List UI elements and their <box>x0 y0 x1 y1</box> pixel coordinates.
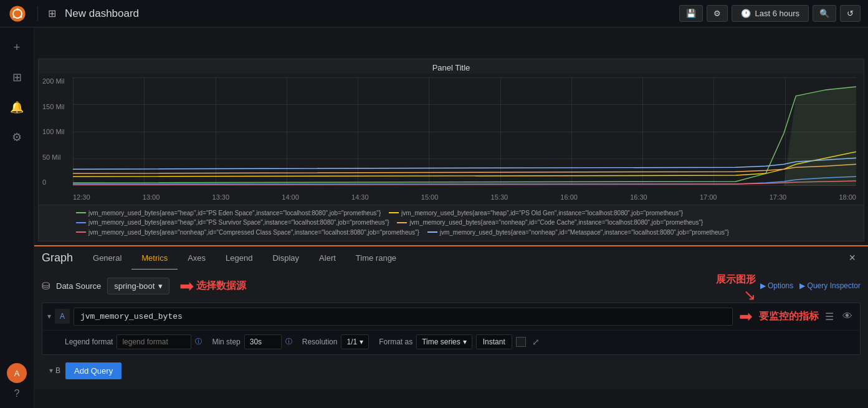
svg-point-2 <box>16 8 19 11</box>
instant-button[interactable]: Instant <box>476 334 512 349</box>
x-label-1530: 15:30 <box>491 193 508 201</box>
options-button[interactable]: ▶ Options <box>760 281 794 290</box>
user-avatar[interactable]: A <box>7 363 27 383</box>
datasource-select[interactable]: spring-boot ▾ <box>107 278 169 294</box>
sidebar-item-dashboards[interactable]: ⊞ <box>3 64 31 91</box>
legend-item-code-cache: jvm_memory_used_bytes{area="nonheap",id=… <box>397 219 703 226</box>
topbar-divider <box>37 6 38 21</box>
grafana-logo[interactable] <box>7 4 27 24</box>
tab-general[interactable]: General <box>83 247 131 270</box>
legend-format-info-icon[interactable]: ⓘ <box>195 337 202 346</box>
query-menu-button[interactable]: ☰ <box>823 308 836 325</box>
x-label-1300: 13:00 <box>143 193 160 201</box>
resolution-select[interactable]: 1/1 ▾ <box>341 334 369 349</box>
min-step-info-icon[interactable]: ⓘ <box>285 337 292 346</box>
save-button[interactable]: 💾 <box>679 5 703 22</box>
topbar: ⊞ New dashboard 💾 ⚙ 🕐 Last 6 hours 🔍 ↺ <box>0 0 868 27</box>
datasource-label: Data Source <box>56 281 101 291</box>
sidebar-item-add[interactable]: + <box>3 34 31 61</box>
legend-item-metaspace: jvm_memory_used_bytes{area="nonheap",id=… <box>427 229 729 236</box>
resolution-value: 1/1 <box>346 338 357 346</box>
datasource-hint-text: 选择数据源 <box>196 279 246 293</box>
legend-color-old <box>389 212 399 213</box>
arrow-down-icon: ↘ <box>743 286 756 304</box>
query-row-a-header: ▾ A ➡ 要监控的指标 ☰ 👁 <box>42 303 860 330</box>
svg-point-3 <box>20 16 22 18</box>
refresh-icon: ↺ <box>847 9 854 18</box>
tab-legend[interactable]: Legend <box>216 247 262 270</box>
tab-axes[interactable]: Axes <box>178 247 216 270</box>
resolution-label: Resolution <box>302 338 338 346</box>
editor-tabs-bar: Graph General Metrics Axes Legend Displa… <box>34 245 868 270</box>
instant-checkbox[interactable] <box>516 337 526 347</box>
grid-icon: ⊞ <box>12 70 22 84</box>
x-label-1400: 14:00 <box>282 193 299 201</box>
x-label-1330: 13:30 <box>212 193 230 201</box>
collapse-a-button[interactable]: ▾ <box>47 312 51 321</box>
sidebar-item-settings[interactable]: ⚙ <box>3 124 31 151</box>
y-label-50: 50 Mil <box>42 153 64 161</box>
options-row-a: Legend format ⓘ Min step ⓘ Resolution 1/… <box>42 330 860 354</box>
svg-point-4 <box>13 16 16 18</box>
legend-label-old: jvm_memory_used_bytes{area="heap",id="PS… <box>401 210 683 216</box>
sidebar: + ⊞ 🔔 ⚙ A ? <box>0 27 34 408</box>
close-editor-button[interactable]: × <box>844 246 861 270</box>
x-axis-labels: 12:30 13:00 13:30 14:00 14:30 15:00 15:3… <box>73 193 856 201</box>
x-label-1700: 17:00 <box>700 193 717 201</box>
query-a-input[interactable] <box>74 308 733 326</box>
y-axis-labels: 200 Mil 150 Mil 100 Mil 50 Mil 0 <box>42 77 64 186</box>
query-hide-button[interactable]: 👁 <box>840 308 855 324</box>
legend-item-eden: jvm_memory_used_bytes{area="heap",id="PS… <box>76 210 381 216</box>
legend-label-survivor: jvm_memory_used_bytes{area="heap",id="PS… <box>88 219 389 226</box>
plus-icon: + <box>14 41 21 54</box>
legend-color-compressed <box>76 231 86 233</box>
legend-label-metaspace: jvm_memory_used_bytes{area="nonheap",id=… <box>440 229 729 236</box>
legend-color-metaspace <box>427 231 437 233</box>
legend-label-eden: jvm_memory_used_bytes{area="heap",id="PS… <box>88 210 381 216</box>
time-range-button[interactable]: 🕐 Last 6 hours <box>732 5 809 22</box>
datasource-icon: ⛁ <box>42 280 50 292</box>
y-label-200: 200 Mil <box>42 77 64 85</box>
query-letter-b: B <box>55 366 60 375</box>
tab-display[interactable]: Display <box>262 247 309 270</box>
x-label-1600: 16:00 <box>560 193 578 201</box>
help-button[interactable]: ? <box>3 384 31 403</box>
legend-format-label: Legend format <box>65 338 113 346</box>
topbar-right: 💾 ⚙ 🕐 Last 6 hours 🔍 ↺ <box>679 5 861 22</box>
tab-metrics[interactable]: Metrics <box>131 247 178 270</box>
format-as-select[interactable]: Time series ▾ <box>416 334 472 349</box>
search-icon: 🔍 <box>819 9 829 18</box>
format-as-arrow-icon: ▾ <box>463 338 467 346</box>
add-query-button[interactable]: Add Query <box>65 362 122 379</box>
x-label-1730: 17:30 <box>770 193 787 201</box>
tab-alert[interactable]: Alert <box>309 247 346 270</box>
tab-time-range[interactable]: Time range <box>346 247 406 270</box>
legend-color-eden <box>76 212 86 213</box>
search-button[interactable]: 🔍 <box>813 5 836 22</box>
format-as-label: Format as <box>379 338 413 346</box>
query-inspector-button[interactable]: ▶ Query Inspector <box>799 281 861 290</box>
datasource-row: ⛁ Data Source spring-boot ▾ ➡ 选择数据源 展示图形… <box>42 276 861 296</box>
resolution-arrow-icon: ▾ <box>360 338 363 346</box>
svg-marker-5 <box>784 87 856 186</box>
dropdown-arrow-icon: ▾ <box>158 281 163 291</box>
bell-icon: 🔔 <box>10 100 24 114</box>
legend-color-survivor <box>76 222 86 223</box>
x-label-1500: 15:00 <box>421 193 439 201</box>
sidebar-item-alerts[interactable]: 🔔 <box>3 94 31 121</box>
min-step-input[interactable] <box>244 334 282 349</box>
query-area: ⛁ Data Source spring-boot ▾ ➡ 选择数据源 展示图形… <box>34 270 868 389</box>
external-link-button[interactable]: ⤢ <box>530 336 542 348</box>
x-label-1800: 18:00 <box>839 193 856 201</box>
settings-button[interactable]: ⚙ <box>707 5 728 22</box>
add-query-row: ▾ B Add Query <box>42 359 861 383</box>
refresh-button[interactable]: ↺ <box>840 5 861 22</box>
panel-area: Panel Title 200 Mil 150 Mil 100 Mil 50 M… <box>38 59 864 241</box>
y-label-0: 0 <box>42 178 64 186</box>
min-step-label: Min step <box>212 338 240 346</box>
legend-label-code-cache: jvm_memory_used_bytes{area="nonheap",id=… <box>409 219 703 226</box>
main-content: Panel Title 200 Mil 150 Mil 100 Mil 50 M… <box>34 55 868 408</box>
metrics-hint-text: 要监控的指标 <box>759 310 819 323</box>
dashboard-title: New dashboard <box>65 7 139 20</box>
legend-format-input[interactable] <box>117 334 191 349</box>
